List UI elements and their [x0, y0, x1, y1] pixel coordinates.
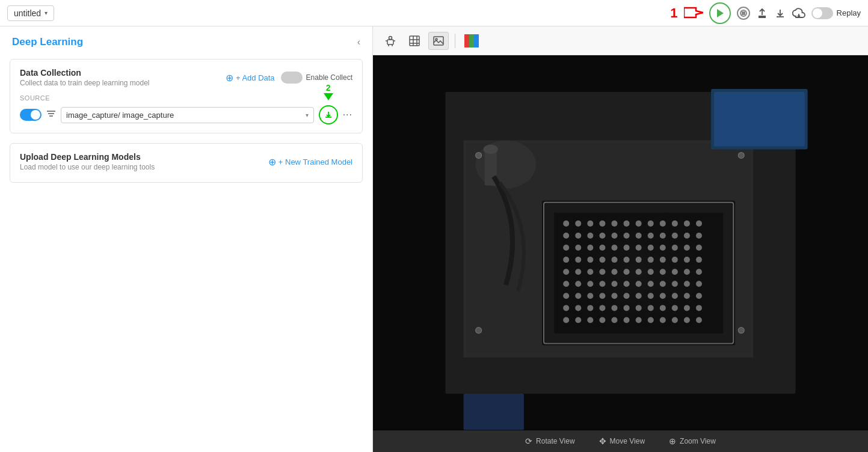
- section-title-group: Data Collection Collect data to train de…: [20, 68, 149, 87]
- upload-section-actions: ⊕ + New Trained Model: [268, 156, 352, 168]
- svg-point-146: [738, 152, 744, 158]
- cloud-icon-button[interactable]: [792, 8, 805, 19]
- replay-toggle-switch[interactable]: [811, 7, 833, 19]
- source-value: image_capture/ image_capture: [66, 111, 174, 120]
- plus-icon: ⊕: [226, 72, 233, 84]
- svg-point-145: [476, 328, 482, 334]
- upload-section-subtitle: Load model to use our deep learning tool…: [20, 163, 155, 171]
- top-bar-left: untitled ▾: [7, 5, 54, 21]
- color-tool-button[interactable]: [461, 32, 482, 50]
- data-collection-subtitle: Collect data to train deep learning mode…: [20, 79, 149, 87]
- top-bar: untitled ▾ 1: [0, 0, 868, 26]
- svg-rect-13: [410, 36, 419, 46]
- rotate-label: Rotate View: [536, 437, 574, 445]
- svg-marker-1: [717, 9, 724, 17]
- image-tool-button[interactable]: [428, 32, 449, 50]
- zoom-icon: ⊕: [669, 436, 676, 446]
- new-trained-model-button[interactable]: ⊕ + New Trained Model: [268, 156, 352, 168]
- upload-section-header: Upload Deep Learning Models Load model t…: [20, 152, 352, 171]
- annotation-1-label: 1: [670, 5, 677, 21]
- download-icon-button[interactable]: [774, 7, 786, 19]
- plus-icon-2: ⊕: [268, 156, 276, 168]
- filter-icon-button[interactable]: [46, 109, 56, 120]
- data-collection-section: Data Collection Collect data to train de…: [10, 59, 363, 133]
- upload-models-section: Upload Deep Learning Models Load model t…: [10, 143, 363, 183]
- replay-label: Replay: [837, 8, 861, 17]
- svg-marker-0: [684, 8, 703, 17]
- new-model-label: + New Trained Model: [279, 157, 352, 166]
- data-collection-title: Data Collection: [20, 68, 149, 78]
- svg-point-144: [476, 152, 482, 158]
- svg-rect-28: [714, 92, 805, 146]
- panel-header: Deep Learning ‹: [0, 26, 372, 54]
- source-dropdown-arrow: ▾: [306, 112, 309, 118]
- add-data-label: + Add Data: [236, 73, 275, 82]
- chevron-down-icon: ▾: [45, 10, 48, 16]
- source-row: image_capture/ image_capture ▾ 2: [20, 105, 352, 124]
- svg-rect-149: [545, 204, 732, 343]
- svg-rect-8: [387, 40, 393, 44]
- move-icon: ✥: [599, 436, 606, 446]
- svg-point-147: [738, 328, 744, 334]
- main-layout: Deep Learning ‹ Data Collection Collect …: [0, 26, 868, 452]
- viewer-toolbar: [373, 26, 868, 55]
- zoom-view-action[interactable]: ⊕ Zoom View: [669, 436, 716, 446]
- upload-section-title: Upload Deep Learning Models: [20, 152, 155, 162]
- stop-button[interactable]: [737, 7, 750, 20]
- grid-tool-button[interactable]: [404, 32, 425, 50]
- move-label: Move View: [610, 437, 645, 445]
- source-toggle[interactable]: [20, 109, 42, 121]
- replay-toggle: Replay: [811, 7, 861, 19]
- add-data-button[interactable]: ⊕ + Add Data: [226, 72, 275, 84]
- svg-rect-21: [469, 34, 474, 47]
- download-annotation-container: 2: [319, 105, 338, 124]
- rotate-view-action[interactable]: ⟳ Rotate View: [525, 436, 574, 446]
- robot-tool-button[interactable]: [380, 32, 401, 50]
- section-actions: ⊕ + Add Data Enable Collect: [226, 72, 352, 84]
- data-collection-header: Data Collection Collect data to train de…: [20, 68, 352, 87]
- enable-collect-toggle[interactable]: [281, 72, 303, 84]
- rotate-icon: ⟳: [525, 436, 532, 446]
- enable-collect-toggle-group: Enable Collect: [281, 72, 352, 84]
- more-options-button[interactable]: ···: [343, 109, 352, 120]
- source-label: SOURCE: [20, 94, 352, 102]
- source-select[interactable]: image_capture/ image_capture ▾: [61, 107, 314, 123]
- svg-point-7: [389, 36, 392, 39]
- svg-point-143: [484, 144, 498, 154]
- top-bar-right: 1: [670, 2, 861, 24]
- camera-image-svg: [373, 55, 868, 430]
- camera-view: [373, 55, 868, 430]
- svg-rect-3: [742, 11, 745, 15]
- svg-rect-22: [474, 34, 479, 47]
- collapse-button[interactable]: ‹: [357, 37, 360, 47]
- title-dropdown[interactable]: untitled ▾: [7, 5, 54, 21]
- left-panel: Deep Learning ‹ Data Collection Collect …: [0, 26, 373, 452]
- play-button[interactable]: [709, 2, 731, 24]
- panel-title: Deep Learning: [12, 36, 83, 48]
- zoom-label: Zoom View: [680, 437, 716, 445]
- move-view-action[interactable]: ✥ Move View: [599, 436, 645, 446]
- enable-collect-label: Enable Collect: [306, 73, 352, 82]
- upload-title-group: Upload Deep Learning Models Load model t…: [20, 152, 155, 171]
- svg-rect-20: [464, 34, 469, 47]
- title-text: untitled: [14, 8, 41, 18]
- right-panel: ⟳ Rotate View ✥ Move View ⊕ Zoom View: [373, 26, 868, 452]
- toolbar-divider: [455, 34, 455, 48]
- upload-icon-button[interactable]: [756, 7, 768, 19]
- viewer-footer: ⟳ Rotate View ✥ Move View ⊕ Zoom View: [373, 430, 868, 452]
- annotation-arrow-right: [684, 7, 703, 21]
- svg-rect-148: [464, 394, 524, 430]
- download-circle[interactable]: [319, 105, 338, 124]
